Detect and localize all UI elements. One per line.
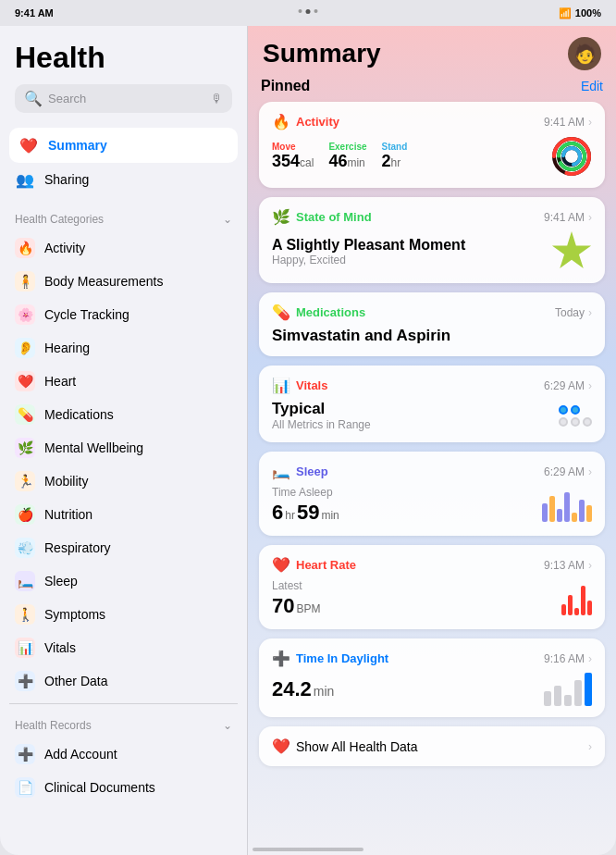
main-title: Summary bbox=[263, 39, 381, 68]
activity-title-row: 🔥 Activity bbox=[272, 113, 339, 130]
dot-2 bbox=[306, 9, 311, 14]
sidebar-item-activity[interactable]: 🔥 Activity bbox=[9, 231, 238, 265]
sharing-icon: 👥 bbox=[15, 169, 35, 190]
sidebar: Health 🔍 Search 🎙 ❤️ Summary 👥 Sharing H… bbox=[0, 26, 248, 855]
vitals-dots-row1 bbox=[559, 405, 592, 415]
activity-icon: 🔥 bbox=[15, 238, 35, 258]
daylight-value-row: 24.2 min bbox=[272, 677, 334, 701]
dot-1 bbox=[299, 9, 302, 13]
meds-title-row: 💊 Medications bbox=[272, 304, 365, 321]
sidebar-item-body-measurements[interactable]: 🧍 Body Measurements bbox=[9, 265, 238, 298]
cards-scroll[interactable]: Pinned Edit 🔥 Activity 9:41 AM › bbox=[248, 78, 616, 855]
hr-text: Latest 70 BPM bbox=[272, 579, 321, 618]
sleep-card-header: 🛏️ Sleep 6:29 AM › bbox=[272, 463, 592, 480]
hearing-label: Hearing bbox=[44, 341, 90, 355]
daylight-chart bbox=[544, 673, 592, 706]
som-text: A Slightly Pleasant Moment Happy, Excite… bbox=[272, 237, 465, 266]
hr-bar-4 bbox=[581, 586, 585, 615]
cycle-tracking-icon: 🌸 bbox=[15, 304, 35, 325]
avatar[interactable]: 🧑 bbox=[568, 37, 601, 70]
mic-icon[interactable]: 🎙 bbox=[211, 92, 223, 105]
stand-label: Stand bbox=[382, 142, 408, 152]
sidebar-item-respiratory[interactable]: 💨 Respiratory bbox=[9, 531, 238, 564]
vitals-card-chevron: › bbox=[588, 379, 592, 392]
vitals-dots-row2 bbox=[559, 417, 592, 427]
sleep-card-time: 6:29 AM bbox=[544, 465, 585, 478]
vitals-title-row: 📊 Vitals bbox=[272, 377, 327, 394]
vitals-card-header: 📊 Vitals 6:29 AM › bbox=[272, 377, 592, 394]
daylight-bar-4 bbox=[574, 680, 582, 706]
state-of-mind-card[interactable]: 🌿 State of Mind 9:41 AM › A Slightly Ple… bbox=[259, 197, 605, 283]
nav-label-sharing: Sharing bbox=[44, 172, 89, 187]
exercise-metric: Exercise 46min bbox=[328, 142, 366, 171]
nutrition-icon: 🍎 bbox=[15, 504, 35, 525]
som-title-row: 🌿 State of Mind bbox=[272, 208, 372, 226]
exercise-label: Exercise bbox=[328, 142, 366, 152]
sleep-icon: 🛏️ bbox=[15, 571, 35, 591]
heart-rate-card[interactable]: ❤️ Heart Rate 9:13 AM › Latest 70 BPM bbox=[259, 545, 605, 629]
respiratory-label: Respiratory bbox=[44, 540, 111, 555]
respiratory-icon: 💨 bbox=[15, 538, 35, 558]
sleep-bar-6 bbox=[579, 500, 585, 522]
nav-item-sharing[interactable]: 👥 Sharing bbox=[9, 163, 238, 196]
daylight-card-chevron: › bbox=[588, 652, 592, 665]
app-container: Health 🔍 Search 🎙 ❤️ Summary 👥 Sharing H… bbox=[0, 26, 616, 855]
symptoms-icon: 🚶 bbox=[15, 604, 35, 625]
sidebar-item-mental-wellbeing[interactable]: 🌿 Mental Wellbeing bbox=[9, 431, 238, 465]
vitals-card-icon: 📊 bbox=[272, 377, 290, 394]
hearing-icon: 👂 bbox=[15, 338, 35, 358]
sleep-card[interactable]: 🛏️ Sleep 6:29 AM › Time Asleep 6 hr bbox=[259, 452, 605, 536]
nav-item-summary[interactable]: ❤️ Summary bbox=[9, 128, 238, 163]
meds-value: Simvastatin and Aspirin bbox=[272, 327, 592, 345]
search-placeholder: Search bbox=[48, 92, 205, 105]
body-measurements-icon: 🧍 bbox=[15, 271, 35, 291]
hr-sublabel: Latest bbox=[272, 579, 321, 592]
edit-button[interactable]: Edit bbox=[581, 79, 603, 93]
sleep-card-icon: 🛏️ bbox=[272, 463, 290, 480]
show-all-card[interactable]: ❤️ Show All Health Data › bbox=[259, 726, 605, 766]
battery-icon: 100% bbox=[575, 7, 601, 19]
hr-card-header: ❤️ Heart Rate 9:13 AM › bbox=[272, 556, 592, 574]
sidebar-item-other-data[interactable]: ➕ Other Data bbox=[9, 664, 238, 698]
search-icon: 🔍 bbox=[24, 90, 43, 107]
health-categories-chevron[interactable]: ⌄ bbox=[223, 213, 232, 226]
medications-label: Medications bbox=[44, 407, 114, 422]
sidebar-item-add-account[interactable]: ➕ Add Account bbox=[9, 737, 238, 771]
sidebar-item-nutrition[interactable]: 🍎 Nutrition bbox=[9, 498, 238, 531]
vitals-content: Typical All Metrics in Range bbox=[272, 400, 592, 431]
som-headline: A Slightly Pleasant Moment bbox=[272, 237, 465, 254]
hr-bar-2 bbox=[568, 595, 573, 615]
sidebar-item-cycle-tracking[interactable]: 🌸 Cycle Tracking bbox=[9, 298, 238, 331]
other-data-label: Other Data bbox=[44, 674, 107, 688]
activity-card-time: 9:41 AM bbox=[544, 116, 585, 129]
sidebar-scroll[interactable]: Health Categories ⌄ 🔥 Activity 🧍 Body Me… bbox=[0, 204, 247, 855]
daylight-card[interactable]: ➕ Time In Daylight 9:16 AM › 24.2 min bbox=[259, 638, 605, 717]
activity-card-title: Activity bbox=[296, 115, 339, 129]
medications-card[interactable]: 💊 Medications Today › Simvastatin and As… bbox=[259, 292, 605, 356]
vdot-5 bbox=[583, 417, 592, 427]
daylight-title-row: ➕ Time In Daylight bbox=[272, 650, 388, 667]
search-bar[interactable]: 🔍 Search 🎙 bbox=[15, 84, 232, 113]
activity-label: Activity bbox=[44, 241, 85, 255]
sleep-value-row: 6 hr 59 min bbox=[272, 501, 339, 525]
vitals-card[interactable]: 📊 Vitals 6:29 AM › Typical All Metrics i… bbox=[259, 366, 605, 442]
sidebar-item-symptoms[interactable]: 🚶 Symptoms bbox=[9, 598, 238, 631]
daylight-value: 24.2 bbox=[272, 677, 312, 701]
activity-card[interactable]: 🔥 Activity 9:41 AM › Move 354cal bbox=[259, 102, 605, 188]
move-metric: Move 354cal bbox=[272, 142, 314, 171]
mobility-label: Mobility bbox=[44, 474, 88, 489]
sleep-min-label: min bbox=[321, 509, 339, 522]
sidebar-item-hearing[interactable]: 👂 Hearing bbox=[9, 331, 238, 365]
sidebar-item-clinical-documents[interactable]: 📄 Clinical Documents bbox=[9, 771, 238, 804]
daylight-bar-5 bbox=[585, 673, 592, 706]
sidebar-item-mobility[interactable]: 🏃 Mobility bbox=[9, 465, 238, 498]
daylight-card-header: ➕ Time In Daylight 9:16 AM › bbox=[272, 650, 592, 667]
sidebar-item-vitals[interactable]: 📊 Vitals bbox=[9, 631, 238, 664]
health-records-chevron[interactable]: ⌄ bbox=[223, 719, 232, 732]
hr-card-icon: ❤️ bbox=[272, 556, 290, 574]
sidebar-item-medications[interactable]: 💊 Medications bbox=[9, 398, 238, 431]
stand-value: 2hr bbox=[382, 152, 408, 171]
sidebar-item-sleep[interactable]: 🛏️ Sleep bbox=[9, 564, 238, 598]
sidebar-item-heart[interactable]: ❤️ Heart bbox=[9, 365, 238, 398]
pinned-label: Pinned bbox=[261, 78, 310, 94]
